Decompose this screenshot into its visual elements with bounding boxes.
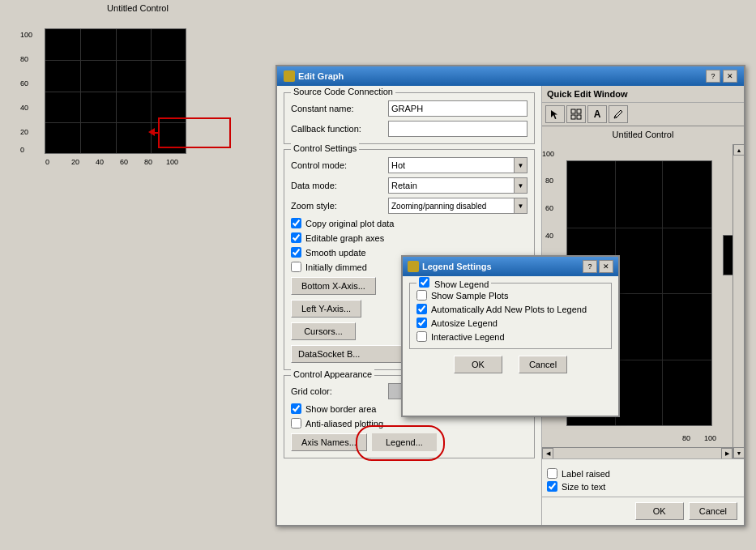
zoom-style-arrow: ▼ [514, 198, 527, 213]
svg-rect-1 [577, 109, 581, 113]
auto-add-row: Automatically Add New Plots to Legend [416, 304, 604, 314]
control-settings-label: Control Settings [291, 143, 359, 153]
axis-names-button[interactable]: Axis Names... [291, 433, 367, 451]
edit-graph-icon [284, 70, 295, 82]
legend-icon [408, 261, 419, 272]
show-sample-label: Show Sample Plots [431, 291, 508, 301]
edit-graph-titlebar: Edit Graph ? ✕ [277, 66, 744, 86]
quick-edit-label: Quick Edit Window [547, 89, 628, 99]
constant-name-input[interactable] [388, 100, 527, 117]
main-ok-button[interactable]: OK [635, 502, 684, 520]
editable-axes-checkbox[interactable] [291, 232, 301, 243]
label-raised-label: Label raised [562, 469, 610, 479]
scroll-right-btn[interactable]: ▶ [721, 448, 733, 459]
red-arrowhead [148, 128, 155, 136]
autosize-row: Autosize Legend [416, 318, 604, 328]
qe-graph-title: Untitled Control [545, 130, 741, 139]
show-legend-section-label: Show Legend [416, 277, 491, 289]
copy-original-checkbox[interactable] [291, 218, 301, 228]
scroll-down-btn[interactable]: ▼ [733, 447, 744, 458]
data-mode-value: Retain [389, 181, 514, 190]
text-tool[interactable]: A [587, 105, 607, 123]
show-legend-checkbox[interactable] [419, 277, 429, 288]
show-sample-checkbox[interactable] [416, 290, 427, 301]
zoom-style-value: Zooming/panning disabled [389, 202, 514, 211]
svg-rect-2 [571, 115, 575, 119]
zoom-style-dropdown[interactable]: Zooming/panning disabled ▼ [388, 198, 527, 214]
smooth-update-label: Smooth update [305, 248, 366, 258]
initially-dimmed-checkbox[interactable] [291, 262, 301, 272]
show-border-label: Show border area [305, 404, 376, 414]
source-code-label: Source Code Connection [291, 87, 395, 96]
bg-x-20: 20 [71, 158, 79, 166]
pencil-tool[interactable] [609, 105, 628, 123]
cursors-button[interactable]: Cursors... [291, 322, 356, 340]
qe-y-80: 80 [545, 177, 553, 185]
bottom-btn-row: Axis Names... Legend... [291, 433, 527, 451]
svg-rect-3 [577, 115, 581, 119]
data-mode-dropdown[interactable]: Retain ▼ [388, 177, 527, 194]
cursor-tool[interactable] [545, 105, 565, 123]
qe-y-40: 40 [545, 232, 553, 240]
svg-line-4 [615, 116, 617, 117]
scroll-up-btn[interactable]: ▲ [733, 144, 744, 156]
bg-x-0: 0 [45, 158, 49, 166]
show-sample-row: Show Sample Plots [416, 290, 604, 301]
anti-aliased-label: Anti-aliased plotting [305, 419, 383, 428]
constant-name-label: Constant name: [291, 104, 388, 113]
control-mode-dropdown[interactable]: Hot ▼ [388, 157, 527, 173]
legend-close-button[interactable]: ✕ [599, 260, 613, 273]
size-to-text-row: Size to text [547, 481, 739, 492]
bg-x-80: 80 [144, 158, 152, 166]
qe-x-80: 80 [682, 434, 690, 442]
interactive-checkbox[interactable] [416, 331, 427, 342]
qe-y-60: 60 [545, 204, 553, 212]
qe-scrollbar: ▲ ▼ [733, 144, 744, 458]
size-to-text-checkbox[interactable] [547, 481, 557, 492]
initially-dimmed-label: Initially dimmed [305, 262, 367, 272]
legend-body: Show Legend Show Sample Plots Automatica… [403, 276, 618, 380]
callback-label: Callback function: [291, 124, 388, 134]
red-selection-box [158, 117, 231, 148]
main-cancel-button[interactable]: Cancel [689, 502, 737, 520]
grid-tool[interactable] [566, 105, 586, 123]
bg-control-title: Untitled Control [0, 0, 275, 15]
grid-color-label: Grid color: [291, 386, 388, 396]
legend-button[interactable]: Legend... [372, 433, 437, 451]
scroll-track [733, 156, 744, 447]
help-button[interactable]: ? [706, 70, 720, 83]
callback-input[interactable] [388, 121, 527, 137]
legend-ok-button[interactable]: OK [454, 356, 502, 373]
autosize-checkbox[interactable] [416, 318, 427, 328]
bottom-xaxis-button[interactable]: Bottom X-Axis... [291, 277, 376, 295]
label-raised-checkbox[interactable] [547, 468, 557, 479]
legend-btn-wrapper: Legend... [372, 433, 437, 451]
interactive-row: Interactive Legend [416, 331, 604, 342]
bg-y-20: 20 [20, 128, 28, 136]
smooth-update-checkbox[interactable] [291, 247, 301, 258]
legend-cancel-button[interactable]: Cancel [519, 356, 567, 373]
auto-add-checkbox[interactable] [416, 304, 427, 314]
show-border-checkbox[interactable] [291, 403, 301, 414]
left-yaxis-button[interactable]: Left Y-Axis... [291, 300, 361, 318]
bg-y-40: 40 [20, 104, 28, 112]
svg-rect-0 [571, 109, 575, 113]
editable-axes-label: Editable graph axes [305, 233, 384, 243]
data-mode-arrow: ▼ [514, 178, 527, 193]
qe-h-scrollbar: ◀ ▶ [542, 447, 733, 458]
bg-x-40: 40 [96, 158, 104, 166]
autosize-label: Autosize Legend [431, 318, 498, 328]
anti-aliased-checkbox[interactable] [291, 418, 301, 428]
qe-x-100: 100 [704, 434, 716, 442]
legend-help-button[interactable]: ? [583, 260, 597, 273]
bg-y-60: 60 [20, 79, 28, 87]
legend-ok-cancel: OK Cancel [409, 356, 612, 373]
dialog-controls: ? ✕ [706, 70, 737, 83]
scroll-left-btn[interactable]: ◀ [542, 448, 553, 459]
interactive-label: Interactive Legend [431, 332, 505, 342]
size-to-text-label: Size to text [562, 482, 605, 492]
source-code-section: Source Code Connection Constant name: Ca… [284, 92, 535, 144]
auto-add-label: Automatically Add New Plots to Legend [431, 305, 587, 314]
control-mode-label: Control mode: [291, 160, 388, 170]
close-button[interactable]: ✕ [723, 70, 737, 83]
